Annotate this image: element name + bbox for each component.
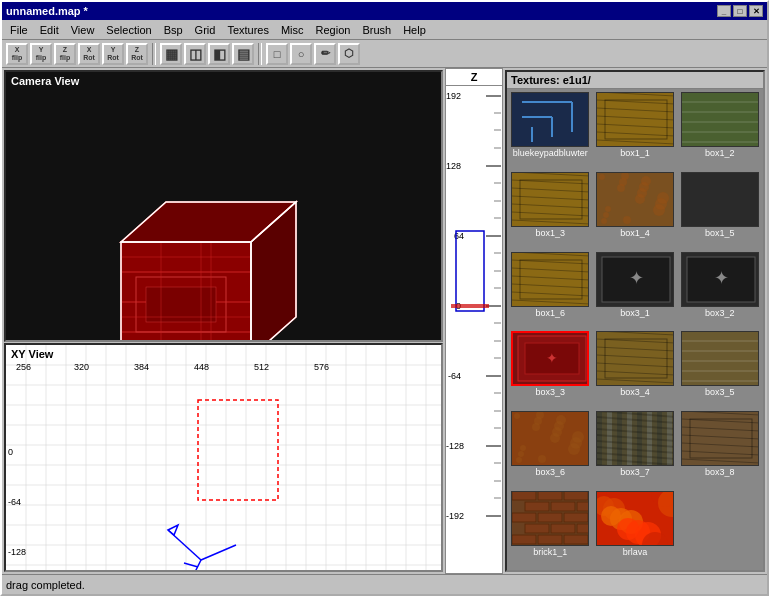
svg-text:256: 256 (16, 362, 31, 372)
svg-rect-248 (577, 524, 588, 533)
menu-item-view[interactable]: View (65, 22, 101, 38)
svg-rect-209 (607, 411, 612, 466)
svg-text:320: 320 (74, 362, 89, 372)
menu-item-edit[interactable]: Edit (34, 22, 65, 38)
svg-point-142 (601, 218, 607, 224)
svg-rect-242 (577, 502, 588, 511)
texture-label-brlava: brlava (596, 547, 674, 557)
select-rect-tool[interactable]: □ (266, 43, 288, 65)
menu-item-bsp[interactable]: Bsp (158, 22, 189, 38)
x-rot-button[interactable]: XRot (78, 43, 100, 65)
texture-thumb-box3_6 (511, 411, 589, 466)
svg-point-146 (603, 212, 609, 218)
texture-thumb-brlava (596, 491, 674, 546)
select-circle-tool[interactable]: ○ (290, 43, 312, 65)
draw-tool[interactable]: ✏ (314, 43, 336, 65)
texture-item-box3_2[interactable]: ✦box3_2 (678, 251, 761, 329)
close-button[interactable]: ✕ (749, 5, 763, 17)
toolbar-separator-2 (258, 43, 262, 65)
z-flip-button[interactable]: Zflip (54, 43, 76, 65)
grid-tool-1[interactable]: ▦ (160, 43, 182, 65)
svg-point-206 (556, 415, 566, 425)
texture-item-box3_5[interactable]: box3_5 (678, 330, 761, 408)
svg-rect-237 (512, 491, 536, 500)
texture-item-box1_3[interactable]: box1_3 (509, 171, 592, 249)
title-bar-buttons: _ □ ✕ (717, 5, 763, 17)
menu-item-grid[interactable]: Grid (189, 22, 222, 38)
menu-item-textures[interactable]: Textures (221, 22, 275, 38)
y-flip-button[interactable]: Yflip (30, 43, 52, 65)
svg-text:✦: ✦ (713, 268, 728, 288)
svg-text:✦: ✦ (546, 350, 558, 366)
svg-point-147 (621, 172, 629, 180)
menu-item-region[interactable]: Region (310, 22, 357, 38)
texture-label-box3_8: box3_8 (681, 467, 759, 477)
texture-item-box3_6[interactable]: box3_6 (509, 410, 592, 488)
svg-point-149 (657, 192, 669, 204)
svg-rect-247 (551, 524, 575, 533)
grid-tool-2[interactable]: ◫ (184, 43, 206, 65)
texture-item-box1_1[interactable]: box1_1 (594, 91, 677, 169)
brush-tool[interactable]: ⬡ (338, 43, 360, 65)
svg-text:192: 192 (446, 91, 461, 101)
svg-text:-64: -64 (448, 371, 461, 381)
texture-item-box1_5[interactable]: box1_5 (678, 171, 761, 249)
camera-view[interactable]: Camera View (4, 70, 443, 342)
menu-item-misc[interactable]: Misc (275, 22, 310, 38)
status-bar: drag completed. (2, 574, 767, 594)
texture-thumb-box3_2: ✦ (681, 252, 759, 307)
texture-thumb-box3_1: ✦ (596, 252, 674, 307)
texture-item-box3_8[interactable]: box3_8 (678, 410, 761, 488)
svg-rect-17 (6, 345, 441, 570)
texture-label-box1_4: box1_4 (596, 228, 674, 238)
texture-item-box3_4[interactable]: box3_4 (594, 330, 677, 408)
y-rot-button[interactable]: YRot (102, 43, 124, 65)
texture-thumb-box1_3 (511, 172, 589, 227)
svg-point-152 (641, 176, 651, 186)
texture-item-brick1_1[interactable]: brick1_1 (509, 490, 592, 568)
texture-item-brlava[interactable]: brlava (594, 490, 677, 568)
svg-rect-85 (451, 304, 489, 308)
menu-item-file[interactable]: File (4, 22, 34, 38)
texture-item-box3_7[interactable]: box3_7 (594, 410, 677, 488)
z-rot-button[interactable]: ZRot (126, 43, 148, 65)
texture-label-brick1_1: brick1_1 (511, 547, 589, 557)
texture-label-box1_1: box1_1 (596, 148, 674, 158)
svg-text:128: 128 (446, 161, 461, 171)
texture-panel-title: Textures: e1u1/ (507, 72, 763, 89)
texture-item-box3_1[interactable]: ✦box3_1 (594, 251, 677, 329)
svg-text:-64: -64 (8, 497, 21, 507)
svg-rect-240 (525, 502, 549, 511)
svg-rect-245 (564, 513, 588, 522)
svg-text:-128: -128 (446, 441, 464, 451)
menu-item-brush[interactable]: Brush (356, 22, 397, 38)
svg-text:576: 576 (314, 362, 329, 372)
minimize-button[interactable]: _ (717, 5, 731, 17)
texture-label-box1_2: box1_2 (681, 148, 759, 158)
texture-item-bluekeypadbluwter[interactable]: bluekeypadbluwter (509, 91, 592, 169)
xy-view-svg: 256 320 384 448 512 576 0 -64 -128 (6, 345, 441, 570)
svg-rect-184 (682, 331, 758, 386)
texture-thumb-box3_8 (681, 411, 759, 466)
texture-thumb-box1_2 (681, 92, 759, 147)
texture-label-box3_3: box3_3 (511, 387, 589, 397)
xy-view-label: XY View (11, 348, 53, 360)
texture-item-box1_4[interactable]: box1_4 (594, 171, 677, 249)
grid-tool-4[interactable]: ▤ (232, 43, 254, 65)
svg-text:512: 512 (254, 362, 269, 372)
menu-item-help[interactable]: Help (397, 22, 432, 38)
grid-tool-3[interactable]: ◧ (208, 43, 230, 65)
svg-rect-251 (564, 535, 588, 544)
x-flip-button[interactable]: Xflip (6, 43, 28, 65)
texture-grid[interactable]: bluekeypadbluwterbox1_1box1_2box1_3box1_… (507, 89, 763, 570)
menu-item-selection[interactable]: Selection (100, 22, 157, 38)
maximize-button[interactable]: □ (733, 5, 747, 17)
texture-item-box1_6[interactable]: box1_6 (509, 251, 592, 329)
svg-text:0: 0 (8, 447, 13, 457)
texture-item-box3_3[interactable]: ✦box3_3 (509, 330, 592, 408)
svg-rect-249 (512, 535, 536, 544)
xy-view[interactable]: XY View (4, 343, 443, 572)
texture-label-bluekeypadbluwter: bluekeypadbluwter (511, 148, 589, 158)
window-title: unnamed.map * (6, 5, 88, 17)
texture-item-box1_2[interactable]: box1_2 (678, 91, 761, 169)
